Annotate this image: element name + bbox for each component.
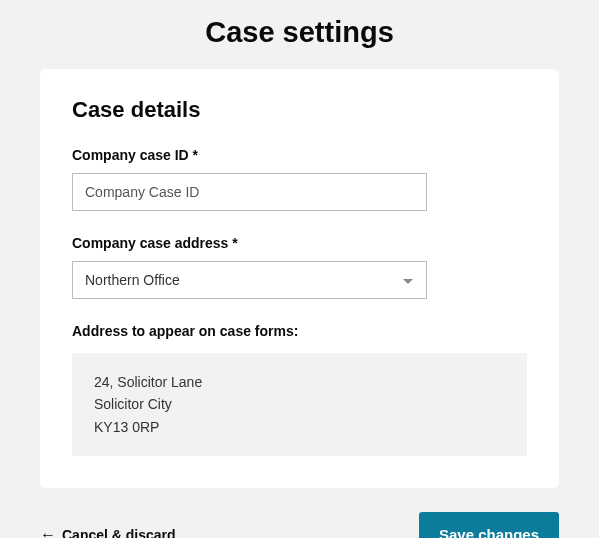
address-line-2: Solicitor City (94, 393, 505, 415)
address-preview-section: Address to appear on case forms: 24, Sol… (72, 323, 527, 456)
company-case-address-selected: Northern Office (85, 272, 180, 288)
company-case-address-select[interactable]: Northern Office (72, 261, 427, 299)
company-case-id-input[interactable] (72, 173, 427, 211)
save-changes-button[interactable]: Save changes (419, 512, 559, 538)
address-preview-box: 24, Solicitor Lane Solicitor City KY13 0… (72, 353, 527, 456)
company-case-id-group: Company case ID * (72, 147, 527, 211)
footer-actions: ← Cancel & discard Save changes (40, 512, 559, 538)
company-case-id-label: Company case ID * (72, 147, 527, 163)
company-case-address-group: Company case address * Northern Office (72, 235, 527, 299)
company-case-address-label: Company case address * (72, 235, 527, 251)
page-title: Case settings (0, 0, 599, 69)
case-details-card: Case details Company case ID * Company c… (40, 69, 559, 488)
address-line-1: 24, Solicitor Lane (94, 371, 505, 393)
card-title: Case details (72, 97, 527, 123)
cancel-discard-link[interactable]: ← Cancel & discard (40, 527, 176, 538)
cancel-discard-label: Cancel & discard (62, 527, 176, 538)
address-line-3: KY13 0RP (94, 416, 505, 438)
address-preview-label: Address to appear on case forms: (72, 323, 527, 339)
arrow-left-icon: ← (40, 527, 56, 538)
